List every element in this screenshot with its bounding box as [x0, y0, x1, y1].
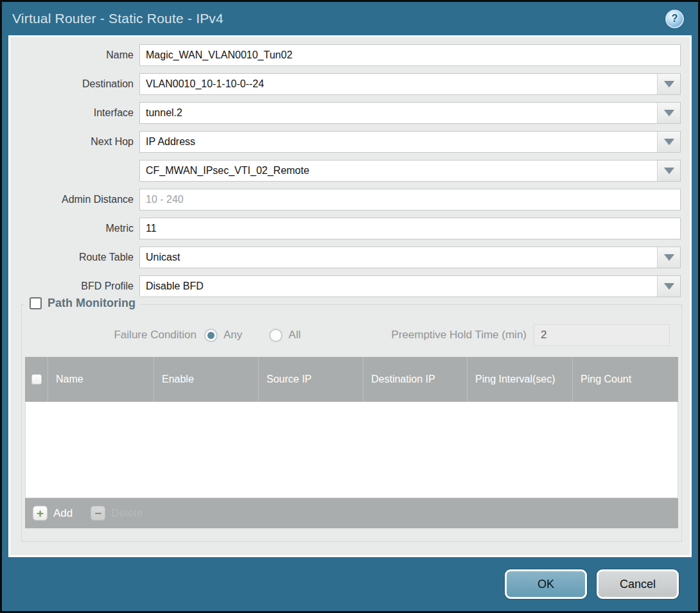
title-bar: Virtual Router - Static Route - IPv4 ? [2, 2, 698, 35]
path-monitoring-table: Name Enable Source IP Destination IP Pin… [25, 357, 678, 528]
failure-condition-row: Failure Condition Any All Preemptive Hol… [22, 324, 670, 346]
name-input[interactable] [140, 45, 680, 65]
column-header-name[interactable]: Name [48, 357, 154, 402]
destination-value: VLAN0010_10-1-10-0--24 [140, 74, 657, 94]
admin-distance-input[interactable] [140, 189, 680, 210]
plus-icon: + [33, 506, 48, 521]
dialog-body: Name Destination VLAN0010_10-1-10-0--24 … [8, 35, 692, 557]
next-hop-address-row: CF_MWAN_IPsec_VTI_02_Remote [10, 160, 681, 182]
minus-icon: − [91, 506, 105, 521]
preemptive-hold-field [534, 324, 670, 346]
add-button-label: Add [53, 507, 73, 520]
table-body-empty [25, 402, 678, 498]
path-monitoring-title: Path Monitoring [48, 297, 136, 310]
failure-condition-any-radio[interactable] [204, 329, 218, 342]
failure-condition-any-label: Any [223, 329, 242, 341]
chevron-down-icon [664, 110, 674, 116]
next-hop-address-field[interactable]: CF_MWAN_IPsec_VTI_02_Remote [139, 160, 681, 182]
bfd-profile-label: BFD Profile [10, 281, 139, 292]
name-row: Name [10, 44, 681, 66]
metric-row: Metric [10, 218, 681, 239]
dialog-title: Virtual Router - Static Route - IPv4 [12, 11, 223, 26]
next-hop-label: Next Hop [10, 136, 139, 148]
interface-value: tunnel.2 [140, 103, 657, 123]
column-header-destination-ip[interactable]: Destination IP [363, 357, 468, 402]
metric-input[interactable] [140, 218, 680, 239]
bfd-profile-dropdown-button[interactable] [657, 276, 680, 297]
select-all-checkbox[interactable] [31, 374, 42, 384]
bfd-profile-field[interactable]: Disable BFD [139, 275, 681, 297]
column-header-ping-interval[interactable]: Ping Interval(sec) [468, 357, 573, 402]
chevron-down-icon [664, 254, 674, 261]
interface-field[interactable]: tunnel.2 [139, 102, 681, 124]
path-monitoring-checkbox[interactable] [30, 297, 42, 309]
failure-condition-all-label: All [288, 329, 301, 341]
name-label: Name [10, 49, 139, 61]
delete-button[interactable]: − Delete [91, 506, 143, 521]
cancel-button[interactable]: Cancel [597, 569, 679, 599]
add-button[interactable]: + Add [33, 506, 73, 521]
route-table-label: Route Table [10, 252, 139, 263]
path-monitoring-legend: Path Monitoring [24, 297, 141, 310]
destination-row: Destination VLAN0010_10-1-10-0--24 [10, 73, 681, 95]
ok-button[interactable]: OK [505, 569, 587, 599]
help-icon[interactable]: ? [665, 10, 684, 28]
failure-condition-all-radio[interactable] [269, 329, 283, 342]
column-header-ping-count[interactable]: Ping Count [573, 357, 678, 402]
next-hop-type-field[interactable]: IP Address [139, 131, 681, 153]
admin-distance-field [139, 189, 681, 211]
column-header-enable[interactable]: Enable [154, 357, 259, 402]
interface-dropdown-button[interactable] [657, 103, 680, 123]
next-hop-row: Next Hop IP Address [10, 131, 681, 153]
interface-label: Interface [10, 107, 139, 119]
name-field [139, 44, 681, 66]
chevron-down-icon [664, 168, 674, 174]
admin-distance-label: Admin Distance [10, 194, 139, 205]
destination-dropdown-button[interactable] [657, 74, 680, 94]
next-hop-type-dropdown-button[interactable] [657, 132, 680, 152]
column-header-source-ip[interactable]: Source IP [259, 357, 363, 402]
admin-distance-row: Admin Distance [10, 189, 681, 211]
chevron-down-icon [664, 139, 674, 145]
preemptive-hold-label: Preemptive Hold Time (min) [328, 329, 534, 341]
preemptive-hold-input[interactable] [534, 325, 669, 345]
bfd-profile-row: BFD Profile Disable BFD [10, 275, 681, 297]
destination-label: Destination [10, 78, 139, 90]
path-monitoring-section: Path Monitoring Failure Condition Any Al… [21, 304, 682, 542]
dialog-footer: OK Cancel [2, 557, 698, 611]
select-all-cell [25, 357, 48, 402]
route-table-field[interactable]: Unicast [139, 246, 681, 268]
chevron-down-icon [664, 283, 674, 289]
route-table-value: Unicast [140, 247, 657, 268]
table-header-row: Name Enable Source IP Destination IP Pin… [25, 357, 678, 402]
destination-field[interactable]: VLAN0010_10-1-10-0--24 [139, 73, 681, 95]
next-hop-type-value: IP Address [140, 132, 657, 152]
route-table-dropdown-button[interactable] [657, 247, 680, 268]
table-footer-bar: + Add − Delete [25, 498, 678, 528]
route-table-row: Route Table Unicast [10, 246, 681, 268]
metric-field [139, 218, 681, 239]
chevron-down-icon [664, 81, 674, 87]
next-hop-address-dropdown-button[interactable] [657, 160, 680, 181]
delete-button-label: Delete [111, 507, 143, 520]
metric-label: Metric [10, 223, 139, 234]
failure-condition-label: Failure Condition [22, 329, 204, 341]
next-hop-address-value: CF_MWAN_IPsec_VTI_02_Remote [140, 160, 657, 181]
interface-row: Interface tunnel.2 [10, 102, 681, 124]
dialog-virtual-router-static-route: Virtual Router - Static Route - IPv4 ? N… [2, 2, 698, 611]
bfd-profile-value: Disable BFD [140, 276, 657, 297]
